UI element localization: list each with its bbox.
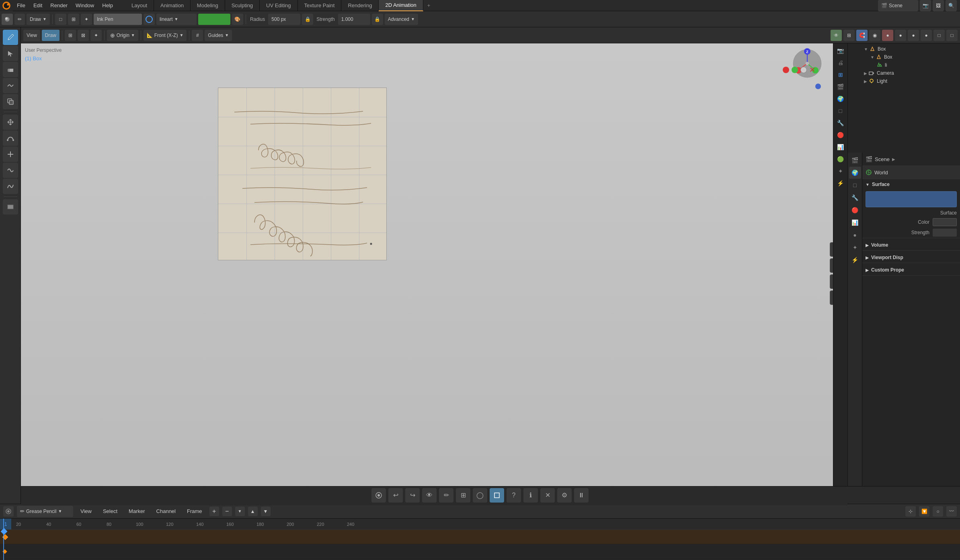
tab-animation[interactable]: Animation <box>154 0 191 11</box>
outliner-camera[interactable]: ▶ Camera <box>848 69 960 77</box>
viewport-overlay-btn[interactable]: 👁 <box>831 30 842 41</box>
transform3-btn[interactable]: ✦ <box>90 30 102 41</box>
prop-scene-btn[interactable]: 🎬 <box>835 81 846 92</box>
search-btn[interactable]: 🔍 <box>946 0 957 11</box>
tool-rectangle[interactable] <box>3 199 18 215</box>
view-tab-btn[interactable]: View <box>23 30 40 41</box>
timeline-filter-btn[interactable]: 🔽 <box>919 506 929 517</box>
render-btn[interactable]: 📷 <box>920 0 931 11</box>
prop-tab-particles[interactable]: ✦ <box>849 241 861 253</box>
outliner-box-child[interactable]: ▼ Box <box>848 53 960 61</box>
bottom-select-btn[interactable]: ◯ <box>473 488 487 503</box>
surface-section-header[interactable]: ▼ Surface <box>862 179 960 190</box>
timeline-remove-btn[interactable]: − <box>222 507 232 516</box>
bottom-render-btn[interactable]: ✕ <box>540 488 555 503</box>
hashtag-btn[interactable]: # <box>192 30 203 41</box>
tool-smooth[interactable] <box>3 78 18 93</box>
timeline-gp-dropdown[interactable]: ✏ Grease Pencil ▼ <box>17 506 73 517</box>
timeline-marker-menu[interactable]: Marker <box>125 506 149 517</box>
bottom-redo-btn[interactable]: ↪ <box>405 488 420 503</box>
bottom-pause-btn[interactable]: ⏸ <box>574 488 589 503</box>
viewport[interactable]: User Perspective (1) Box Z ✕ ⊕ ✋ <box>21 43 847 504</box>
track-summary-content[interactable] <box>0 530 960 544</box>
tool-add[interactable] <box>3 147 18 162</box>
timeline-ruler-area[interactable]: 1 20 40 60 80 100 120 140 160 180 200 22… <box>0 519 960 560</box>
prop-particles-btn[interactable]: ✦ <box>835 166 846 177</box>
viewport-x6[interactable]: □ <box>946 30 958 41</box>
bottom-settings-btn[interactable]: ⚙ <box>557 488 572 503</box>
prop-tab-shader[interactable]: 🔴 <box>849 204 861 216</box>
blender-logo[interactable] <box>0 0 13 11</box>
prop-render-btn[interactable]: 📷 <box>835 45 846 56</box>
tool-curve[interactable] <box>3 131 18 146</box>
scene-selector[interactable]: 🎬 Scene <box>878 0 918 11</box>
draw-mode-btn[interactable]: ✏ <box>14 14 25 25</box>
tab-2d-animation[interactable]: 2D Animation <box>379 0 423 11</box>
prop-shader-btn[interactable]: 🔴 <box>835 129 846 141</box>
strength-lock-btn[interactable]: 🔒 <box>372 14 383 25</box>
nav-gizmo[interactable]: Z <box>791 47 823 80</box>
prop-output-btn[interactable]: 🖨 <box>835 57 846 68</box>
tab-add-button[interactable]: + <box>423 2 435 8</box>
prop-tab-data[interactable]: 📊 <box>849 217 861 229</box>
mode-dropdown[interactable]: Draw ▼ <box>27 14 50 25</box>
draw-tab-btn[interactable]: Draw <box>42 30 59 41</box>
timeline-add-btn[interactable]: + <box>209 507 219 516</box>
transform2-btn[interactable]: ⊠ <box>78 30 89 41</box>
outliner-light[interactable]: ▶ Light <box>848 77 960 85</box>
tab-texture-paint[interactable]: Texture Paint <box>298 0 342 11</box>
advanced-dropdown[interactable]: Advanced ▼ <box>385 14 418 25</box>
surface-material-slot[interactable] <box>866 191 957 207</box>
bottom-transform-btn[interactable] <box>490 488 504 503</box>
tool-draw[interactable] <box>3 30 18 45</box>
viewport-show-btn[interactable]: ◉ <box>869 30 880 41</box>
prop-view-layer-btn[interactable]: ⊞ <box>835 69 846 80</box>
world-row[interactable]: World <box>862 166 960 179</box>
timeline-up-btn[interactable]: ▲ <box>248 507 258 516</box>
viewport-x4[interactable]: ● <box>921 30 932 41</box>
brush-name-dropdown[interactable]: Ink Pen <box>94 14 142 25</box>
volume-section-header[interactable]: ▶ Volume <box>862 240 960 250</box>
view-dropdown[interactable]: 📐 Front (X-Z) ▼ <box>144 30 187 41</box>
tool-select[interactable] <box>3 46 18 61</box>
timeline-down-btn[interactable]: ▼ <box>261 507 271 516</box>
tab-modeling[interactable]: Modeling <box>191 0 225 11</box>
menu-window[interactable]: Window <box>72 0 98 11</box>
material-dropdown[interactable]: lineart ▼ <box>156 14 197 25</box>
custom-props-header[interactable]: ▶ Custom Prope <box>862 265 960 275</box>
timeline-view-menu[interactable]: View <box>76 506 96 517</box>
strength-value[interactable]: 1.000 <box>338 14 370 25</box>
material-icon-btn[interactable] <box>144 14 155 25</box>
prop-data-btn[interactable]: 📊 <box>835 141 846 153</box>
prop-material-btn[interactable]: 🟢 <box>835 153 846 165</box>
timeline-channel-menu[interactable]: Channel <box>152 506 180 517</box>
outliner-li-item[interactable]: li <box>848 61 960 69</box>
prop-modifier-btn[interactable]: 🔧 <box>835 117 846 129</box>
guides-dropdown[interactable]: Guides ▼ <box>205 30 232 41</box>
prop-world-btn[interactable]: 🌍 <box>835 93 846 104</box>
timeline-select-ctrl[interactable]: ⊹ <box>905 506 916 517</box>
close-x-btn[interactable]: ✕ <box>809 65 815 74</box>
track-box-content[interactable] <box>0 544 960 559</box>
viewport-x3[interactable]: ● <box>908 30 919 41</box>
tab-rendering[interactable]: Rendering <box>341 0 379 11</box>
tool-curve3[interactable] <box>3 179 18 194</box>
brush-display-btn[interactable]: ⊞ <box>68 14 79 25</box>
prop-physics-btn[interactable]: ⚡ <box>835 178 846 189</box>
radius-lock-btn[interactable]: 🔒 <box>302 14 313 25</box>
current-frame-display[interactable]: 1 <box>0 519 11 529</box>
prop-tab-modifier[interactable]: 🔧 <box>849 192 861 204</box>
origin-dropdown[interactable]: ⊕ Origin ▼ <box>107 30 138 41</box>
menu-help[interactable]: Help <box>98 0 117 11</box>
viewport-x2[interactable]: ● <box>895 30 906 41</box>
timeline-wave-btn[interactable]: 〰 <box>946 506 957 517</box>
bottom-grid-btn[interactable]: ⊞ <box>456 488 470 503</box>
lock-btn[interactable]: ✦ <box>81 14 92 25</box>
tool-eraser[interactable] <box>3 62 18 77</box>
radius-value[interactable]: 500 px <box>268 14 300 25</box>
prop-object-btn[interactable]: □ <box>835 105 846 116</box>
tab-uv-editing[interactable]: UV Editing <box>260 0 297 11</box>
strength-prop-value[interactable] <box>933 229 957 237</box>
tool-curve2[interactable] <box>3 163 18 178</box>
bottom-help-btn[interactable]: ? <box>507 488 521 503</box>
